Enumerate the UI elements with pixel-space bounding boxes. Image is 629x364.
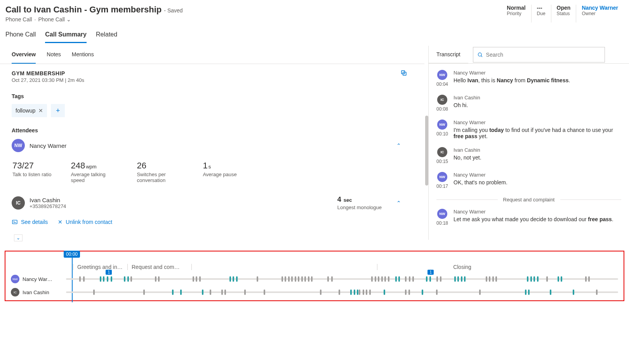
timeline-marker[interactable]: 1 [427, 270, 434, 275]
avatar: NW [437, 172, 447, 182]
timeline-tick [585, 276, 587, 282]
timeline-tick [457, 276, 459, 282]
timeline-tick [588, 276, 590, 282]
subtab-notes[interactable]: Notes [47, 46, 61, 64]
transcript-text: OK, that's no problem. [454, 179, 507, 185]
timeline-tick [224, 289, 226, 295]
tag-chip[interactable]: followup ✕ [12, 104, 47, 117]
timeline-segment[interactable]: Greetings and in… [73, 264, 127, 270]
attendee-name: Ivan Cashin [30, 197, 66, 203]
search-icon [477, 52, 483, 58]
remove-tag-icon[interactable]: ✕ [38, 107, 43, 114]
header-meta-owner[interactable]: Nancy WarnerOwner [576, 5, 624, 23]
speaker-name: Nancy Warner [454, 120, 621, 125]
timeline-tick [395, 276, 397, 282]
transcript-entry[interactable]: IC00:15Ivan CashinNo, not yet. [436, 147, 621, 164]
timeline-tick [107, 276, 108, 282]
timeline-tick [486, 276, 487, 282]
transcript-entry[interactable]: NW00:10Nancy WarnerI'm calling you today… [436, 120, 621, 139]
timeline-tick [103, 276, 104, 282]
playhead[interactable]: 00:00 [64, 251, 80, 258]
collapse-icon[interactable]: ⌃ [396, 142, 401, 149]
search-input[interactable] [486, 52, 601, 58]
subtab-mentions[interactable]: Mentions [72, 46, 94, 64]
timeline-tick [127, 276, 129, 282]
timeline-tick [100, 276, 101, 282]
timeline-track[interactable]: ICIvan Cashin [11, 288, 618, 296]
avatar: NW [437, 120, 447, 130]
timeline-tick [533, 276, 535, 282]
timeline-tick [479, 289, 481, 295]
transcript-entry[interactable]: NW00:18Nancy WarnerLet me ask you what m… [436, 209, 621, 226]
saved-indicator: - Saved [164, 7, 182, 14]
timeline-tick [530, 276, 532, 282]
tab-related[interactable]: Related [96, 31, 117, 43]
header-meta-priority: NormalPriority [501, 5, 531, 23]
stat-block: 73/27Talk to listen ratio [12, 161, 51, 183]
timeline-tick [327, 276, 329, 282]
timeline-segment[interactable]: Closing [377, 264, 547, 270]
timeline-tick [357, 289, 358, 295]
breadcrumb-dropdown[interactable]: Phone Call ⌄ [38, 16, 71, 23]
subtabs: OverviewNotesMentions [0, 46, 424, 64]
timeline-tick [561, 276, 562, 282]
header-meta-due: ---Due [531, 5, 551, 23]
see-details-link[interactable]: See details [12, 219, 48, 225]
header-meta-status: OpenStatus [551, 5, 576, 23]
close-icon: ✕ [58, 219, 63, 225]
timeline-segment[interactable]: Request and com… [127, 264, 191, 270]
avatar: NW [437, 70, 447, 80]
timeline-track[interactable]: NWNancy War…11 [11, 275, 618, 283]
timeline-tick [111, 276, 112, 282]
timeline-tick [495, 276, 497, 282]
scrollbar[interactable] [425, 116, 428, 185]
breadcrumb-item: Phone Call [5, 16, 32, 23]
timeline-tick [537, 276, 539, 282]
svg-line-6 [481, 55, 482, 57]
copy-icon[interactable] [400, 69, 407, 78]
timeline-tick [366, 289, 367, 295]
overview-meta: Oct 27, 2021 03:30 PM | 2m 40s [12, 77, 413, 83]
chevron-down-icon[interactable]: ⌄ [14, 234, 23, 241]
avatar: NW [437, 209, 447, 219]
timeline-tick [350, 289, 352, 295]
subtab-overview[interactable]: Overview [12, 46, 36, 64]
timestamp: 00:04 [436, 81, 448, 87]
timeline-tick [79, 276, 81, 282]
transcript-entry[interactable]: NW00:17Nancy WarnerOK, that's no problem… [436, 172, 621, 189]
header-meta: NormalPriority---DueOpenStatusNancy Warn… [501, 5, 624, 23]
transcript-text: Let me ask you what made you decide to d… [454, 216, 613, 222]
timeline-tick [384, 276, 386, 282]
timeline-track-bar[interactable] [66, 291, 618, 293]
timeline-tick [525, 289, 526, 295]
search-box[interactable] [473, 47, 605, 62]
timeline-track-bar[interactable]: 11 [66, 278, 618, 280]
transcript-text: Hello Ivan, this is Nancy from Dynamic f… [454, 77, 570, 83]
page-header: Call to Ivan Cashin - Gym membership - S… [0, 0, 629, 23]
timeline-tick [408, 289, 410, 295]
timeline-tick [130, 276, 132, 282]
stat-block: 248wpmAverage talking speed [71, 161, 117, 183]
transcript-entry[interactable]: NW00:04Nancy WarnerHello Ivan, this is N… [436, 70, 621, 87]
breadcrumb: Phone Call · Phone Call ⌄ [5, 16, 183, 23]
timeline-tick [454, 276, 456, 282]
timeline-tick [210, 289, 211, 295]
timeline-tick [398, 276, 400, 282]
transcript-entry[interactable]: IC00:08Ivan CashinOh hi. [436, 95, 621, 112]
timeline-tick [412, 276, 414, 282]
unlink-link[interactable]: ✕ Unlink from contact [58, 219, 112, 225]
timeline-tick [405, 289, 407, 295]
tab-phone-call[interactable]: Phone Call [5, 31, 36, 43]
tab-call-summary[interactable]: Call Summary [45, 31, 87, 43]
timeline-tick [304, 276, 306, 282]
track-name: Ivan Cashin [23, 289, 49, 295]
tags-label: Tags [12, 93, 413, 99]
avatar: NW [11, 275, 19, 283]
timeline-marker[interactable]: 1 [106, 270, 112, 275]
add-tag-button[interactable]: + [51, 104, 65, 117]
timeline-tick [369, 289, 371, 295]
timeline-tick [550, 289, 551, 295]
collapse-icon[interactable]: ⌃ [396, 200, 401, 206]
timeline-segment[interactable] [191, 264, 377, 270]
speaker-name: Ivan Cashin [454, 147, 481, 153]
